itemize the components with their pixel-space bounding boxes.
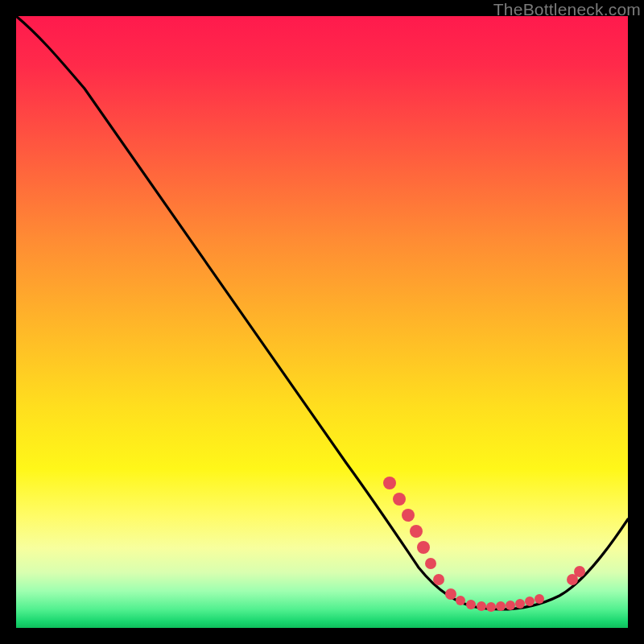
svg-point-7 bbox=[445, 588, 456, 600]
svg-point-1 bbox=[393, 493, 406, 506]
svg-point-5 bbox=[425, 558, 436, 569]
svg-point-16 bbox=[535, 594, 544, 604]
svg-point-13 bbox=[506, 601, 515, 610]
svg-point-2 bbox=[402, 509, 415, 522]
svg-point-14 bbox=[515, 599, 525, 609]
curve-path bbox=[16, 16, 628, 609]
chart-frame bbox=[16, 16, 628, 628]
svg-point-9 bbox=[466, 600, 476, 609]
svg-point-10 bbox=[477, 601, 486, 611]
svg-point-11 bbox=[486, 602, 496, 612]
svg-point-0 bbox=[383, 477, 396, 489]
svg-point-8 bbox=[456, 596, 465, 605]
svg-point-6 bbox=[433, 574, 444, 585]
watermark-text: TheBottleneck.com bbox=[493, 0, 641, 19]
curve-markers bbox=[383, 477, 585, 612]
bottleneck-curve bbox=[16, 16, 628, 628]
svg-point-15 bbox=[525, 597, 535, 606]
svg-point-18 bbox=[574, 566, 585, 577]
svg-point-12 bbox=[496, 601, 506, 611]
svg-point-3 bbox=[410, 525, 423, 538]
svg-point-4 bbox=[417, 541, 430, 554]
